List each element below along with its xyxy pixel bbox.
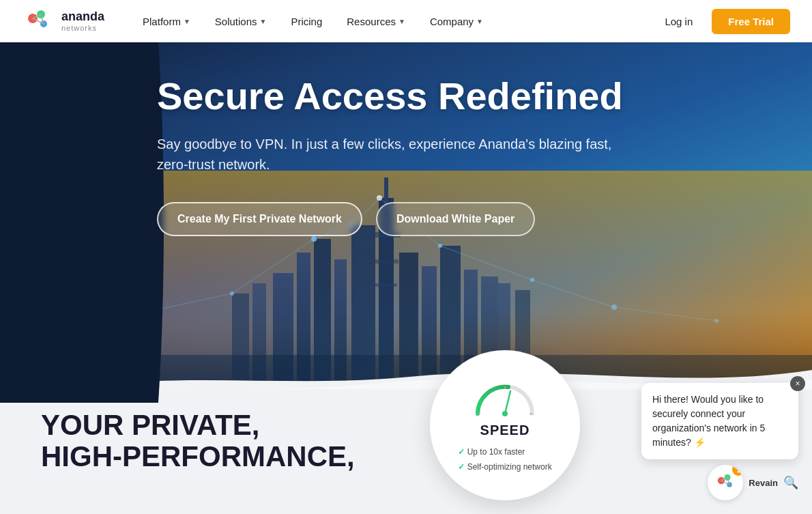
main-nav: Platform ▼ Solutions ▼ Pricing Resources… <box>132 10 656 33</box>
speed-widget: SPEED Up to 10x faster Self-optimizing n… <box>430 350 580 500</box>
free-trial-button[interactable]: Free Trial <box>712 9 790 34</box>
bottom-title-line1: YOUR PRIVATE, <box>41 410 355 441</box>
navbar-actions: Log in Free Trial <box>656 9 790 34</box>
chat-message: Hi there! Would you like to securely con… <box>652 394 765 448</box>
chat-close-button[interactable]: × <box>790 376 805 391</box>
hero-buttons: Create My First Private Network Download… <box>157 202 635 236</box>
logo-name: ananda <box>61 10 104 24</box>
bottom-text: YOUR PRIVATE, HIGH-PERFORMANCE, <box>41 403 355 472</box>
chevron-down-icon: ▼ <box>398 18 405 25</box>
svg-point-47 <box>502 411 508 416</box>
chat-widget: × Hi there! Would you like to securely c… <box>641 383 798 500</box>
bottom-title-line2: HIGH-PERFORMANCE, <box>41 441 355 472</box>
left-dark-shape <box>0 42 136 403</box>
nav-pricing[interactable]: Pricing <box>280 10 333 33</box>
logo[interactable]: ananda networks <box>22 5 104 38</box>
logo-sub: networks <box>61 24 104 32</box>
chevron-down-icon: ▼ <box>260 18 267 25</box>
chevron-down-icon: ▼ <box>184 18 190 25</box>
notification-badge: 1 <box>732 465 743 476</box>
svg-rect-15 <box>374 259 398 263</box>
nav-solutions[interactable]: Solutions ▼ <box>204 10 278 33</box>
chat-avatar-row: 1 Revain 🔍 <box>708 465 798 500</box>
hero-content: Secure Access Redefined Say goodbye to V… <box>157 75 635 236</box>
revain-brand-label: Revain <box>749 478 778 488</box>
chevron-down-icon: ▼ <box>476 18 483 25</box>
download-whitepaper-button[interactable]: Download White Paper <box>376 202 535 236</box>
nav-platform[interactable]: Platform ▼ <box>132 10 201 33</box>
speed-features: Up to 10x faster Self-optimizing network <box>458 445 551 474</box>
hero-subtitle: Say goodbye to VPN. In just a few clicks… <box>157 134 635 175</box>
search-icon[interactable]: 🔍 <box>783 475 798 490</box>
svg-rect-16 <box>375 283 397 287</box>
chat-bubble: × Hi there! Would you like to securely c… <box>641 383 798 459</box>
speed-feature-1: Up to 10x faster <box>458 445 551 460</box>
nav-resources[interactable]: Resources ▼ <box>336 10 416 33</box>
hero-title: Secure Access Redefined <box>157 75 635 117</box>
login-button[interactable]: Log in <box>656 10 701 33</box>
speed-label: SPEED <box>480 423 530 438</box>
navbar: ananda networks Platform ▼ Solutions ▼ P… <box>0 0 812 42</box>
speed-feature-2: Self-optimizing network <box>458 460 551 475</box>
logo-icon <box>22 5 55 38</box>
speedometer-icon <box>471 376 539 417</box>
svg-line-46 <box>505 391 510 414</box>
create-network-button[interactable]: Create My First Private Network <box>157 202 362 236</box>
chat-avatar[interactable]: 1 <box>708 465 743 500</box>
nav-company[interactable]: Company ▼ <box>419 10 494 33</box>
